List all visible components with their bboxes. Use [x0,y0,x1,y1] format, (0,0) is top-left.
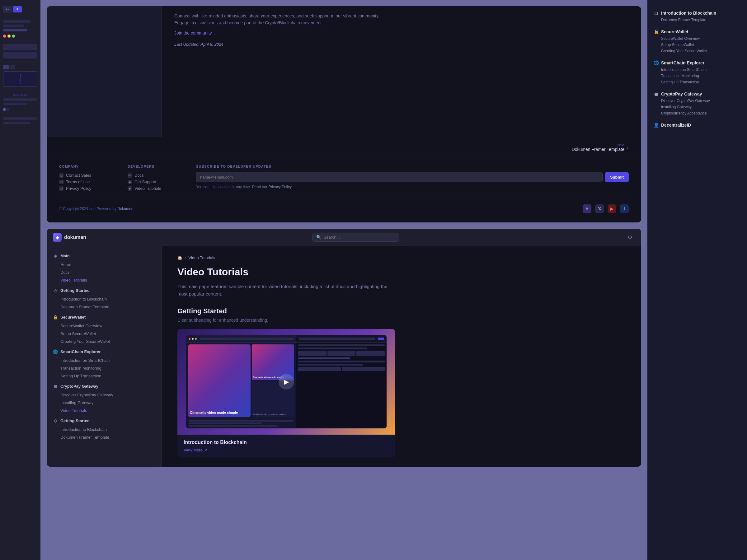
rs-person-icon: 👤 [654,123,659,128]
lp-dot [3,34,6,38]
cell [298,351,327,356]
sidebar-item-docs[interactable]: Docs [47,268,161,276]
subscribe-note-text: You can unsubscribe at any time. Read ou… [196,185,267,189]
breadcrumb-current: Video Tutorials [189,256,215,260]
rs-section-decentralize: 👤 DecentralizeID [647,118,747,131]
lp-element [3,29,27,31]
footer-company-label: COMPANY [59,165,115,168]
sidebar-section-getting-started: ◇ Getting Started Introduction to Blockc… [47,285,161,311]
sidebar-item-video-tutorials-cp[interactable]: Video Tutorials [47,407,161,415]
subscribe-button[interactable]: Submit [605,172,629,182]
sidebar-item-sw-overview[interactable]: SecureWallet Overview [47,322,161,330]
doc-page-top: Connect with like-minded enthusiasts, sh… [47,6,641,222]
tool-button-active[interactable]: P [13,6,22,12]
support-icon: ◉ [128,180,132,184]
sidebar-item-discover-cp[interactable]: Discover CryptoPay Gateway [47,391,161,399]
rs-section-icon: ◻ [654,10,659,16]
youtube-icon[interactable]: ▶ [608,205,616,213]
footer-developers-col: DEVELOPERS </> Docs ◉ Get Support ▶ Vide… [128,165,184,192]
rs-item-setup-tx[interactable]: Setting Up Transaction [654,79,741,85]
docs-label: Docs [134,173,144,178]
rs-section-header: ◼ CryptoPay Gateway [654,89,741,98]
video-left-header [186,335,296,343]
rs-item[interactable]: SecureWallet Overview [654,35,741,42]
lp-mini [6,108,9,111]
sidebar-item-tx-monitoring[interactable]: Transaction Monitoring [47,364,161,372]
list-row [189,425,278,427]
sidebar-item-video-tutorials[interactable]: Video Tutorials [47,276,161,284]
facebook-icon[interactable]: f [620,205,629,213]
breadcrumb-home-icon[interactable]: 🏠 [177,256,182,260]
subscribe-note: You can unsubscribe at any time. Read ou… [196,185,629,189]
rs-item[interactable]: Discover CryptoPay Gateway [654,98,741,104]
rs-item[interactable]: Introduction on SmartChain [654,66,741,73]
rs-item[interactable]: Creating Your SecureWallet [654,48,741,54]
footer-privacy[interactable]: ◻ Privacy Policy [59,185,115,192]
header-action [378,338,384,340]
search-bar[interactable]: 🔍 [312,233,399,242]
footer-support[interactable]: ◉ Get Support [128,179,184,185]
sidebar-section-cryptopay: ◼ CryptoPay Gateway Discover CryptoPay G… [47,381,161,415]
sidebar-item-installing-gw[interactable]: Installing Gateway [47,399,161,407]
footer-video-tutorials[interactable]: ▶ Video Tutorials [128,185,184,192]
sidebar-item-framer-template[interactable]: Dokumen Framer Template [47,303,161,311]
sidebar-item-intro-sc[interactable]: Introduction on SmartChain [47,356,161,364]
video-thumbnail: Cinematic video made simple Cinematic vi… [177,329,395,435]
lp-element [3,52,37,58]
lp-preview: preview [3,71,37,87]
rs-section-smartchain: 🌐 SmartChain Explorer Introduction on Sm… [647,56,747,87]
rs-section-label: CryptoPay Gateway [661,91,702,97]
slack-icon[interactable]: # [583,205,591,213]
sidebar-item-setup-sw[interactable]: Setup SecureWallet [47,330,161,338]
row-group [298,351,385,356]
lp-mini[interactable] [3,65,9,70]
sidebar-item-framer-template-2[interactable]: Dokumen Framer Template [47,433,161,441]
breadcrumb: 🏠 > Video Tutorials [177,256,626,260]
lp-element [3,98,37,101]
last-updated-label: Last Updated: [174,42,200,47]
sidebar-section-main: ◈ Main Home Docs Video Tutorials [47,251,161,284]
lp-element [3,25,24,27]
play-button[interactable]: ▶ [279,374,294,390]
footer-docs[interactable]: </> Docs [128,172,184,179]
sc-globe-icon: 🌐 [53,349,58,354]
rs-item[interactable]: Dokumen Framer Template [654,17,741,23]
view-more-link[interactable]: View More ↗ [184,448,389,452]
lp-text: #213.33.35 [3,93,37,97]
rs-section-cryptopay: ◼ CryptoPay Gateway Discover CryptoPay G… [647,87,747,118]
rs-section-label: SecureWallet [661,29,688,34]
doc-layout: ◈ Main Home Docs Video Tutorials ◇ Getti… [47,246,641,466]
twitter-icon[interactable]: 𝕏 [595,205,604,213]
settings-button[interactable]: ⚙ [625,232,635,242]
copyright-link[interactable]: Dokumen [117,207,133,211]
search-input[interactable] [324,235,392,240]
rs-item-crypto-accept[interactable]: Cryptocurrency Acceptance [654,110,741,116]
sidebar-item-intro-blockchain-2[interactable]: Introduction to Blockchain [47,426,161,433]
video-right-header [296,335,387,343]
lp-element [3,20,30,23]
footer-terms[interactable]: ◻ Terms of Use [59,179,115,185]
sidebar-item-intro-blockchain[interactable]: Introduction to Blockchain [47,295,161,303]
rs-item-tx-monitoring[interactable]: Transaction Monitoring [654,73,741,79]
gs-section-label: Getting Started [60,288,89,293]
privacy-policy-link[interactable]: Privacy Policy [268,185,291,189]
header-bar [200,338,293,340]
lp-mini[interactable] [10,65,15,70]
join-community-link[interactable]: Join the community → [174,30,217,35]
rs-item-installing-gw[interactable]: Installing Gateway [654,104,741,110]
sidebar-section-getting-started-2: ◇ Getting Started Introduction to Blockc… [47,416,161,441]
sidebar-item-home[interactable]: Home [47,261,161,268]
subscribe-email-input[interactable] [196,172,602,182]
rs-globe-icon: 🌐 [654,60,659,65]
sidebar-item-creating-sw[interactable]: Creating Your SecureWallet [47,338,161,345]
left-video-frame: Cinematic video made simple [188,344,251,417]
row-highlight [298,357,350,359]
next-page-button[interactable]: Next Dokumen Framer Template › [572,143,629,152]
sw-section-label: SecureWallet [60,315,85,320]
tool-button[interactable]: Aa [3,6,12,12]
rs-item[interactable]: Setup SecureWallet [654,42,741,48]
top-doc-main: Connect with like-minded enthusiasts, sh… [162,6,641,137]
sidebar-item-setup-tx[interactable]: Setting Up Transaction [47,372,161,380]
top-doc-sidebar [47,6,162,137]
footer-contact-sales[interactable]: ◻ Contact Sales [59,172,115,179]
